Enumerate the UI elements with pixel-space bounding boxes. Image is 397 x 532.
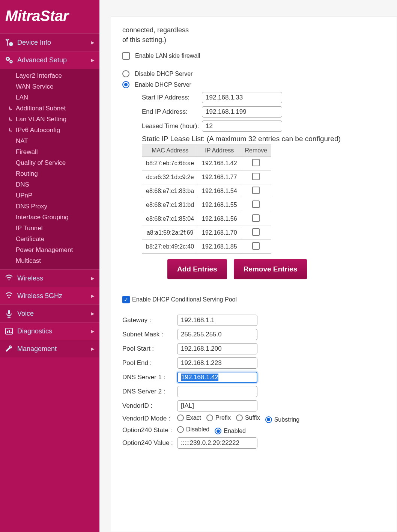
svg-point-4 [7, 58, 9, 60]
content-card: connected, regardless of this setting.) … [111, 17, 397, 532]
lease-input[interactable] [202, 121, 282, 132]
opt240value-input[interactable] [177, 437, 257, 449]
end-ip-input[interactable] [202, 106, 282, 118]
sidebar-item-diagnostics[interactable]: Diagnostics ▶ [0, 322, 99, 340]
add-entries-button[interactable]: Add Entries [167, 259, 227, 279]
vendormode-option[interactable]: Substring [265, 416, 300, 423]
sidebar-sub-item[interactable]: Firewall [0, 146, 99, 157]
lan-firewall-label: Enable LAN side firewall [135, 53, 200, 59]
sidebar-sub-item[interactable]: IP Tunnel [0, 223, 99, 234]
vendormode-option[interactable]: Prefix [206, 414, 231, 421]
lease-remove-checkbox[interactable] [252, 228, 260, 236]
sidebar-sub-item[interactable]: Routing [0, 168, 99, 179]
lease-remove-checkbox[interactable] [252, 187, 260, 194]
sidebar-sub-item[interactable]: ↳IPv6 Autoconfig [0, 125, 99, 136]
remove-entries-button[interactable]: Remove Entries [234, 259, 307, 279]
sidebar-sub-label: Firewall [16, 148, 38, 156]
sidebar-sub-item[interactable]: Certificate [0, 234, 99, 244]
svg-point-7 [8, 279, 9, 280]
vendormode-radio-label: Prefix [215, 414, 231, 421]
wrench-icon [4, 344, 14, 354]
sidebar-sub-label: Additional Subnet [16, 105, 66, 112]
dhcp-enable-row: Enable DHCP Server [122, 81, 393, 88]
indent-arrow-icon: ↳ [8, 116, 14, 122]
sidebar-item-wireless[interactable]: Wireless ▶ [0, 269, 99, 287]
opt240state-radio[interactable] [177, 426, 184, 433]
lease-remove-cell [241, 212, 271, 226]
poolend-label: Pool End : [122, 359, 177, 367]
lease-remove-checkbox[interactable] [252, 200, 260, 208]
lease-remove-checkbox[interactable] [252, 173, 260, 180]
lease-mac: e8:68:e7:c1:83:ba [142, 184, 198, 198]
vendormode-option[interactable]: Exact [177, 414, 201, 421]
svg-rect-13 [7, 331, 8, 333]
vendormode-radio[interactable] [236, 414, 243, 421]
sidebar-sub-item[interactable]: Quality of Service [0, 157, 99, 168]
sidebar-sub-item[interactable]: NAT [0, 136, 99, 146]
lease-remove-checkbox[interactable] [252, 242, 260, 250]
sidebar-sub-item[interactable]: ↳Additional Subnet [0, 103, 99, 114]
sidebar-sub-label: IP Tunnel [16, 225, 43, 232]
indent-arrow-icon: ↳ [8, 105, 14, 112]
sidebar-item-management[interactable]: Management ▶ [0, 340, 99, 357]
table-row: e8:68:e7:c1:85:04192.168.1.56 [142, 212, 271, 226]
poolstart-input[interactable] [177, 343, 257, 354]
dhcp-enable-radio[interactable] [122, 81, 129, 88]
dhcp-disable-row: Disable DHCP Server [122, 70, 393, 77]
sidebar-sub-item[interactable]: WAN Service [0, 81, 99, 92]
table-row: b8:27:eb:49:2c:40192.168.1.85 [142, 240, 271, 254]
sidebar-item-label: Diagnostics [17, 327, 91, 335]
sidebar-sub-item[interactable]: ↳Lan VLAN Setting [0, 114, 99, 125]
sidebar-sub-item[interactable]: DNS Proxy [0, 201, 99, 212]
sidebar-sub-item[interactable]: UPnP [0, 190, 99, 201]
table-row: a8:a1:59:2a:2f:69192.168.1.70 [142, 226, 271, 240]
lease-remove-checkbox[interactable] [252, 214, 260, 222]
sidebar-item-label: Advanced Setup [17, 56, 91, 64]
subnet-input[interactable] [177, 329, 257, 340]
subnet-label: Subnet Mask : [122, 331, 177, 338]
sidebar-sub-item[interactable]: LAN [0, 92, 99, 103]
truncated-note: connected, regardless of this setting.) [122, 25, 393, 45]
poolend-input[interactable] [177, 357, 257, 369]
opt240state-option[interactable]: Disabled [177, 426, 209, 433]
start-ip-input[interactable] [202, 92, 282, 103]
sidebar-item-advanced-setup[interactable]: Advanced Setup ▶ [0, 51, 99, 69]
sidebar-sub-item[interactable]: Layer2 Interface [0, 70, 99, 81]
vendormode-radio[interactable] [177, 414, 184, 421]
lease-mac: e8:68:e7:c1:81:bd [142, 198, 198, 212]
table-row: b8:27:eb:7c:6b:ae192.168.1.42 [142, 157, 271, 170]
chevron-right-icon: ▶ [91, 276, 94, 281]
sidebar-item-device-info[interactable]: i Device Info ▶ [0, 33, 99, 51]
sidebar-sub-label: UPnP [16, 192, 32, 199]
dns2-label: DNS Server 2 : [122, 388, 177, 395]
vendormode-option[interactable]: Suffix [236, 414, 260, 421]
sidebar-sub-item[interactable]: Power Management [0, 244, 99, 255]
sidebar-sub-item[interactable]: DNS [0, 179, 99, 190]
vendorid-input[interactable] [177, 400, 257, 411]
svg-rect-14 [9, 330, 10, 333]
lease-remove-cell [241, 184, 271, 198]
dhcp-fields: Start IP Address: End IP Address: Leased… [142, 92, 393, 132]
dhcp-disable-radio[interactable] [122, 70, 129, 77]
gateway-input[interactable] [177, 315, 257, 326]
lease-remove-checkbox[interactable] [252, 159, 260, 166]
dns1-input[interactable] [177, 372, 257, 383]
sidebar-sub-item[interactable]: Interface Grouping [0, 212, 99, 223]
sidebar-sub-item[interactable]: Multicast [0, 255, 99, 266]
lease-mac: a8:a1:59:2a:2f:69 [142, 226, 198, 240]
lease-mac: b8:27:eb:7c:6b:ae [142, 157, 198, 170]
vendormode-radio[interactable] [206, 414, 213, 421]
vendormode-radio[interactable] [265, 416, 272, 423]
opt240state-option[interactable]: Enabled [215, 428, 246, 434]
opt240state-radio[interactable] [215, 428, 221, 434]
sidebar-item-wireless-5ghz[interactable]: Wireless 5GHz ▶ [0, 287, 99, 304]
cond-pool-enable-checkbox[interactable]: ✓ [122, 296, 130, 303]
lan-firewall-checkbox[interactable] [122, 52, 130, 60]
sidebar-item-voice[interactable]: Voice ▶ [0, 304, 99, 322]
dns2-input[interactable] [177, 386, 257, 397]
chevron-right-icon: ▶ [91, 347, 94, 351]
poolstart-label: Pool Start : [122, 345, 177, 353]
lease-col-mac: MAC Address [142, 145, 198, 157]
lease-remove-cell [241, 240, 271, 254]
vendormode-radio-label: Exact [186, 414, 201, 421]
